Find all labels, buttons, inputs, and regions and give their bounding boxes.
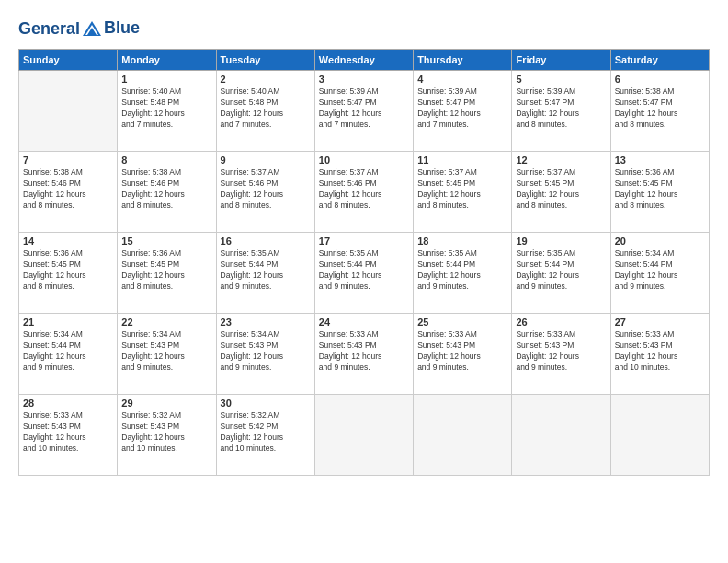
day-cell: 27Sunrise: 5:33 AMSunset: 5:43 PMDayligh… [610,314,709,395]
week-row-1: 1Sunrise: 5:40 AMSunset: 5:48 PMDaylight… [19,71,710,152]
day-cell: 1Sunrise: 5:40 AMSunset: 5:48 PMDaylight… [118,71,216,152]
col-header-tuesday: Tuesday [216,50,314,71]
day-number: 13 [615,155,705,166]
day-cell: 21Sunrise: 5:34 AMSunset: 5:44 PMDayligh… [19,314,118,395]
day-info: Sunrise: 5:35 AMSunset: 5:44 PMDaylight:… [516,248,606,293]
day-number: 23 [221,316,311,327]
day-number: 30 [221,397,311,408]
logo-icon [82,20,102,37]
week-row-3: 14Sunrise: 5:36 AMSunset: 5:45 PMDayligh… [19,233,710,314]
day-number: 22 [121,316,211,327]
day-info: Sunrise: 5:32 AMSunset: 5:42 PMDaylight:… [221,410,311,454]
logo: General Blue [18,18,140,38]
day-info: Sunrise: 5:39 AMSunset: 5:47 PMDaylight:… [516,86,606,131]
day-cell: 28Sunrise: 5:33 AMSunset: 5:43 PMDayligh… [19,395,118,476]
day-number: 25 [417,316,507,327]
day-number: 21 [23,316,113,327]
day-number: 12 [516,155,606,166]
day-info: Sunrise: 5:35 AMSunset: 5:44 PMDaylight:… [417,248,507,293]
week-row-5: 28Sunrise: 5:33 AMSunset: 5:43 PMDayligh… [19,395,710,476]
day-cell [610,395,709,476]
day-number: 3 [319,74,409,85]
day-cell [19,71,118,152]
day-number: 8 [121,155,211,166]
day-info: Sunrise: 5:34 AMSunset: 5:44 PMDaylight:… [615,248,705,293]
day-info: Sunrise: 5:38 AMSunset: 5:46 PMDaylight:… [23,167,113,212]
day-cell: 10Sunrise: 5:37 AMSunset: 5:46 PMDayligh… [314,152,413,233]
day-info: Sunrise: 5:35 AMSunset: 5:44 PMDaylight:… [221,248,311,293]
day-number: 4 [417,74,507,85]
day-cell: 17Sunrise: 5:35 AMSunset: 5:44 PMDayligh… [314,233,413,314]
day-info: Sunrise: 5:38 AMSunset: 5:46 PMDaylight:… [121,167,211,212]
calendar-header-row: SundayMondayTuesdayWednesdayThursdayFrid… [19,50,710,71]
calendar-body: 1Sunrise: 5:40 AMSunset: 5:48 PMDaylight… [19,71,710,476]
col-header-sunday: Sunday [19,50,118,71]
day-info: Sunrise: 5:37 AMSunset: 5:45 PMDaylight:… [516,167,606,212]
day-info: Sunrise: 5:35 AMSunset: 5:44 PMDaylight:… [319,248,409,293]
day-info: Sunrise: 5:34 AMSunset: 5:43 PMDaylight:… [121,329,211,373]
day-info: Sunrise: 5:39 AMSunset: 5:47 PMDaylight:… [319,86,409,131]
week-row-2: 7Sunrise: 5:38 AMSunset: 5:46 PMDaylight… [19,152,710,233]
day-info: Sunrise: 5:39 AMSunset: 5:47 PMDaylight:… [417,86,507,131]
col-header-monday: Monday [118,50,216,71]
day-number: 14 [23,236,113,247]
day-info: Sunrise: 5:34 AMSunset: 5:44 PMDaylight:… [23,329,113,373]
day-number: 2 [221,74,311,85]
col-header-wednesday: Wednesday [314,50,413,71]
day-cell: 29Sunrise: 5:32 AMSunset: 5:43 PMDayligh… [118,395,216,476]
day-info: Sunrise: 5:37 AMSunset: 5:45 PMDaylight:… [417,167,507,212]
day-info: Sunrise: 5:33 AMSunset: 5:43 PMDaylight:… [23,410,113,454]
day-cell: 23Sunrise: 5:34 AMSunset: 5:43 PMDayligh… [216,314,314,395]
day-number: 28 [23,397,113,408]
day-number: 29 [121,397,211,408]
day-number: 26 [516,316,606,327]
col-header-thursday: Thursday [414,50,512,71]
col-header-friday: Friday [512,50,610,71]
day-number: 1 [121,74,211,85]
day-info: Sunrise: 5:37 AMSunset: 5:46 PMDaylight:… [319,167,409,212]
day-cell: 15Sunrise: 5:36 AMSunset: 5:45 PMDayligh… [118,233,216,314]
day-info: Sunrise: 5:40 AMSunset: 5:48 PMDaylight:… [121,86,211,131]
day-info: Sunrise: 5:34 AMSunset: 5:43 PMDaylight:… [221,329,311,373]
day-cell: 9Sunrise: 5:37 AMSunset: 5:46 PMDaylight… [216,152,314,233]
day-number: 10 [319,155,409,166]
day-cell: 18Sunrise: 5:35 AMSunset: 5:44 PMDayligh… [414,233,512,314]
day-cell [314,395,413,476]
day-cell: 22Sunrise: 5:34 AMSunset: 5:43 PMDayligh… [118,314,216,395]
day-info: Sunrise: 5:36 AMSunset: 5:45 PMDaylight:… [23,248,113,293]
day-info: Sunrise: 5:33 AMSunset: 5:43 PMDaylight:… [615,329,705,373]
page: General Blue SundayMondayTuesdayWednesda… [0,0,728,563]
day-number: 27 [615,316,705,327]
day-number: 6 [615,74,705,85]
day-info: Sunrise: 5:33 AMSunset: 5:43 PMDaylight:… [319,329,409,373]
day-info: Sunrise: 5:32 AMSunset: 5:43 PMDaylight:… [121,410,211,454]
day-info: Sunrise: 5:33 AMSunset: 5:43 PMDaylight:… [516,329,606,373]
day-cell [512,395,610,476]
day-number: 5 [516,74,606,85]
day-info: Sunrise: 5:37 AMSunset: 5:46 PMDaylight:… [221,167,311,212]
day-number: 9 [221,155,311,166]
col-header-saturday: Saturday [610,50,709,71]
day-cell: 19Sunrise: 5:35 AMSunset: 5:44 PMDayligh… [512,233,610,314]
day-info: Sunrise: 5:40 AMSunset: 5:48 PMDaylight:… [221,86,311,131]
day-info: Sunrise: 5:33 AMSunset: 5:43 PMDaylight:… [417,329,507,373]
day-cell: 30Sunrise: 5:32 AMSunset: 5:42 PMDayligh… [216,395,314,476]
day-cell: 16Sunrise: 5:35 AMSunset: 5:44 PMDayligh… [216,233,314,314]
day-cell [414,395,512,476]
day-cell: 26Sunrise: 5:33 AMSunset: 5:43 PMDayligh… [512,314,610,395]
day-info: Sunrise: 5:36 AMSunset: 5:45 PMDaylight:… [121,248,211,293]
calendar-table: SundayMondayTuesdayWednesdayThursdayFrid… [18,49,710,476]
day-cell: 5Sunrise: 5:39 AMSunset: 5:47 PMDaylight… [512,71,610,152]
week-row-4: 21Sunrise: 5:34 AMSunset: 5:44 PMDayligh… [19,314,710,395]
day-cell: 20Sunrise: 5:34 AMSunset: 5:44 PMDayligh… [610,233,709,314]
day-cell: 7Sunrise: 5:38 AMSunset: 5:46 PMDaylight… [19,152,118,233]
day-cell: 6Sunrise: 5:38 AMSunset: 5:47 PMDaylight… [610,71,709,152]
day-cell: 3Sunrise: 5:39 AMSunset: 5:47 PMDaylight… [314,71,413,152]
day-number: 16 [221,236,311,247]
day-number: 18 [417,236,507,247]
header: General Blue [18,18,710,38]
day-number: 15 [121,236,211,247]
day-cell: 24Sunrise: 5:33 AMSunset: 5:43 PMDayligh… [314,314,413,395]
day-number: 24 [319,316,409,327]
day-cell: 25Sunrise: 5:33 AMSunset: 5:43 PMDayligh… [414,314,512,395]
